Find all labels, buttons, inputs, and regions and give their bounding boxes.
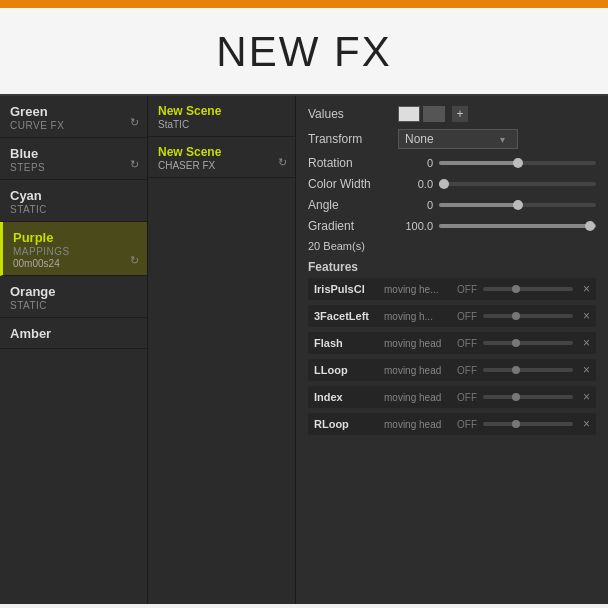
feature-type: moving head	[384, 338, 449, 349]
feature-row: IrisPulsCl moving he... OFF ×	[308, 278, 596, 300]
feature-status: OFF	[449, 392, 477, 403]
color-swatch-dark[interactable]	[423, 106, 445, 122]
feature-slider[interactable]	[483, 314, 573, 318]
color-swatch-white[interactable]	[398, 106, 420, 122]
scene-name: Orange	[10, 284, 137, 299]
feature-type: moving he...	[384, 284, 449, 295]
feature-row: Flash moving head OFF ×	[308, 332, 596, 354]
feature-type: moving head	[384, 419, 449, 430]
scene-type: STATIC	[10, 300, 137, 311]
feature-slider[interactable]	[483, 395, 573, 399]
feature-status: OFF	[449, 365, 477, 376]
beam-count: 20 Beam(s)	[308, 240, 596, 252]
feature-slider[interactable]	[483, 287, 573, 291]
fx-name: New Scene	[158, 104, 285, 118]
sync-icon: ↻	[130, 254, 139, 267]
page-title: NEW FX	[216, 28, 391, 75]
gradient-label: Gradient	[308, 219, 398, 233]
feature-name: RLoop	[314, 418, 384, 430]
main-area: GreenCURVE FX↻BlueSTEPS↻CyanSTATICPurple…	[0, 94, 608, 604]
feature-type: moving h...	[384, 311, 449, 322]
feature-status: OFF	[449, 311, 477, 322]
scene-item[interactable]: BlueSTEPS↻	[0, 138, 147, 180]
add-color-button[interactable]: +	[452, 106, 468, 122]
transform-select[interactable]: None	[398, 129, 518, 149]
close-icon[interactable]: ×	[583, 390, 590, 404]
feature-status: OFF	[449, 338, 477, 349]
colorwidth-value: 0.0	[398, 178, 433, 190]
close-icon[interactable]: ×	[583, 417, 590, 431]
feature-status: OFF	[449, 284, 477, 295]
sync-icon: ↻	[278, 156, 287, 169]
scene-name: Amber	[10, 326, 137, 341]
angle-value: 0	[398, 199, 433, 211]
close-icon[interactable]: ×	[583, 309, 590, 323]
feature-list: IrisPulsCl moving he... OFF × 3FacetLeft…	[308, 278, 596, 435]
rotation-value: 0	[398, 157, 433, 169]
fx-item[interactable]: New SceneCHASER FX↻	[148, 137, 295, 178]
scene-item[interactable]: Amber	[0, 318, 147, 349]
feature-row: Index moving head OFF ×	[308, 386, 596, 408]
feature-type: moving head	[384, 392, 449, 403]
scene-type: STATIC	[10, 204, 137, 215]
scene-list: GreenCURVE FX↻BlueSTEPS↻CyanSTATICPurple…	[0, 96, 148, 604]
gradient-slider[interactable]	[439, 220, 596, 232]
close-icon[interactable]: ×	[583, 363, 590, 377]
scene-name: Cyan	[10, 188, 137, 203]
feature-name: Index	[314, 391, 384, 403]
scene-item[interactable]: PurpleMAPPINGS00m00s24↻	[0, 222, 147, 276]
colorwidth-slider[interactable]	[439, 178, 596, 190]
feature-slider[interactable]	[483, 368, 573, 372]
color-swatch-group: +	[398, 106, 468, 122]
fx-panel: New SceneStaTICNew SceneCHASER FX↻	[148, 96, 296, 604]
close-icon[interactable]: ×	[583, 336, 590, 350]
sync-icon: ↻	[130, 116, 139, 129]
feature-row: RLoop moving head OFF ×	[308, 413, 596, 435]
feature-slider[interactable]	[483, 341, 573, 345]
feature-slider[interactable]	[483, 422, 573, 426]
sync-icon: ↻	[130, 158, 139, 171]
top-bar	[0, 0, 608, 8]
transform-row: Transform None ▾	[308, 129, 596, 149]
values-label: Values	[308, 107, 398, 121]
gradient-row: Gradient 100.0	[308, 219, 596, 233]
gradient-value: 100.0	[398, 220, 433, 232]
fx-type: StaTIC	[158, 119, 285, 130]
colorwidth-label: Color Width	[308, 177, 398, 191]
scene-type: CURVE FX	[10, 120, 137, 131]
features-label: Features	[308, 260, 596, 274]
feature-name: 3FacetLeft	[314, 310, 384, 322]
feature-name: LLoop	[314, 364, 384, 376]
feature-type: moving head	[384, 365, 449, 376]
feature-status: OFF	[449, 419, 477, 430]
rotation-label: Rotation	[308, 156, 398, 170]
angle-label: Angle	[308, 198, 398, 212]
angle-row: Angle 0	[308, 198, 596, 212]
rotation-slider[interactable]	[439, 157, 596, 169]
fx-name: New Scene	[158, 145, 285, 159]
right-panel: Values + Transform None ▾ Rotation 0	[296, 96, 608, 604]
scene-name: Purple	[13, 230, 137, 245]
feature-row: 3FacetLeft moving h... OFF ×	[308, 305, 596, 327]
scene-time: 00m00s24	[13, 258, 137, 269]
fx-item[interactable]: New SceneStaTIC	[148, 96, 295, 137]
values-row: Values +	[308, 106, 596, 122]
scene-item[interactable]: OrangeSTATIC	[0, 276, 147, 318]
feature-name: IrisPulsCl	[314, 283, 384, 295]
feature-name: Flash	[314, 337, 384, 349]
angle-slider[interactable]	[439, 199, 596, 211]
scene-item[interactable]: GreenCURVE FX↻	[0, 96, 147, 138]
scene-item[interactable]: CyanSTATIC	[0, 180, 147, 222]
scene-type: STEPS	[10, 162, 137, 173]
scene-name: Green	[10, 104, 137, 119]
close-icon[interactable]: ×	[583, 282, 590, 296]
rotation-row: Rotation 0	[308, 156, 596, 170]
scene-name: Blue	[10, 146, 137, 161]
header: NEW FX	[0, 8, 608, 94]
transform-label: Transform	[308, 132, 398, 146]
scene-type: MAPPINGS	[13, 246, 137, 257]
fx-type: CHASER FX	[158, 160, 285, 171]
colorwidth-row: Color Width 0.0	[308, 177, 596, 191]
feature-row: LLoop moving head OFF ×	[308, 359, 596, 381]
